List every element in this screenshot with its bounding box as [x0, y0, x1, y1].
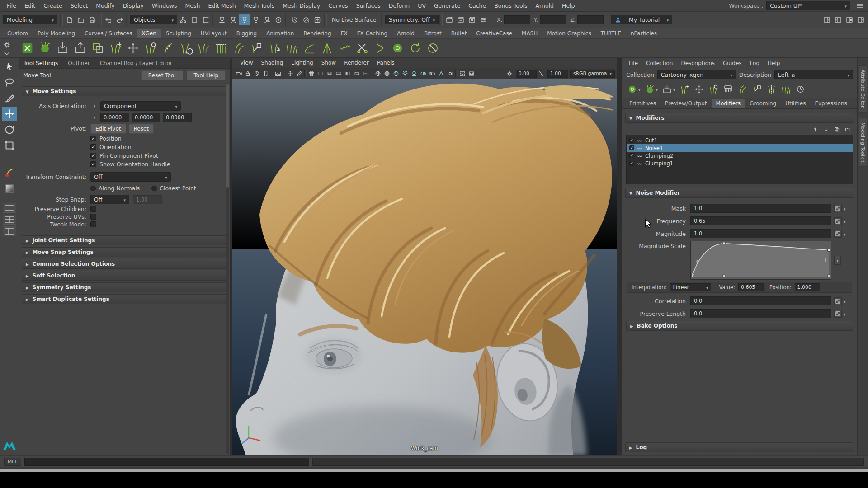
live-surface-indicator[interactable]: No Live Surface: [328, 16, 380, 23]
export-description-icon[interactable]: [54, 40, 71, 56]
guide-density-icon[interactable]: [781, 84, 791, 94]
checkbox[interactable]: [90, 136, 96, 141]
new-scene-icon[interactable]: [64, 14, 75, 25]
select-tool-icon[interactable]: [2, 59, 17, 74]
menu-item[interactable]: Mesh Display: [278, 0, 324, 12]
menu-item[interactable]: Help: [558, 0, 579, 12]
select-component-icon[interactable]: [200, 14, 211, 25]
y-input[interactable]: [540, 15, 566, 24]
toggle-attribute-editor-icon[interactable]: [821, 14, 832, 25]
collapsed-section-header[interactable]: Symmetry Settings: [22, 282, 227, 292]
ramp-position-marker[interactable]: [692, 275, 694, 277]
command-input[interactable]: [24, 458, 309, 466]
command-language-toggle[interactable]: MEL: [4, 458, 21, 466]
menu-item[interactable]: Display: [119, 0, 148, 12]
menu-set-selector[interactable]: Modeling: [3, 15, 57, 24]
rotate-tool-icon[interactable]: [2, 122, 17, 137]
z-input[interactable]: [577, 15, 604, 24]
grid-icon[interactable]: [307, 69, 316, 78]
field-menu-icon[interactable]: [844, 298, 846, 305]
xgen-tab[interactable]: Utilities: [781, 99, 810, 108]
xgen-editor-icon[interactable]: [19, 40, 36, 56]
scale-guides-icon[interactable]: [248, 40, 265, 56]
modifier-enabled-checkbox[interactable]: [629, 161, 634, 166]
preview-toggle-icon[interactable]: [389, 40, 406, 56]
xgen-sculpt-tool-icon[interactable]: [2, 165, 17, 180]
modifier-enabled-checkbox[interactable]: [629, 153, 634, 158]
xgen-tab[interactable]: Preview/Output: [661, 99, 711, 108]
toggle-modeling-toolkit-icon[interactable]: [855, 14, 866, 25]
step-snap-selector[interactable]: Off: [90, 195, 129, 204]
coords-options-icon[interactable]: [90, 113, 99, 122]
toggle-channel-box-icon[interactable]: [844, 14, 855, 25]
bookmark-icon[interactable]: [261, 69, 270, 78]
coil-modifier-icon[interactable]: [372, 40, 388, 56]
menu-item[interactable]: Select: [66, 0, 92, 12]
viewport-menu-item[interactable]: Renderer: [340, 60, 373, 66]
field-menu-icon[interactable]: [844, 310, 846, 317]
x-input[interactable]: [504, 15, 530, 24]
texture-map-button[interactable]: [834, 230, 842, 238]
checkbox[interactable]: [90, 144, 96, 150]
xgen-tab[interactable]: Grooming: [745, 99, 780, 108]
menu-item[interactable]: Curves: [324, 0, 352, 12]
shelf-tab[interactable]: Custom: [3, 29, 33, 38]
shelf-tab[interactable]: MASH: [517, 29, 542, 38]
attribute-value-field[interactable]: 0.65: [690, 216, 831, 225]
snap-to-grid-icon[interactable]: [216, 14, 227, 25]
normalize-guides-icon[interactable]: [213, 40, 230, 56]
sidebar-vertical-tab[interactable]: Attribute Editor: [859, 65, 867, 113]
checkbox[interactable]: [90, 153, 96, 159]
gamma-icon[interactable]: [537, 69, 546, 78]
collapsed-section-header[interactable]: Soft Selection: [22, 271, 227, 281]
gamma-field[interactable]: 1.00: [547, 70, 568, 78]
menu-item[interactable]: Surfaces: [352, 0, 385, 12]
resolution-gate-icon[interactable]: [325, 69, 334, 78]
attribute-value-field[interactable]: 1.0: [690, 229, 831, 238]
open-render-view-icon[interactable]: [443, 14, 455, 25]
ramp-position-input[interactable]: [795, 283, 820, 291]
xgen-menu-item[interactable]: Descriptions: [677, 60, 719, 66]
shelf-tab[interactable]: FX Caching: [353, 29, 392, 38]
transform-constraint-selector[interactable]: Off: [90, 172, 171, 182]
character-set-selector[interactable]: My Tutorial: [611, 15, 672, 24]
depth-of-field-icon[interactable]: [446, 69, 455, 78]
viewport-3d-view[interactable]: Work_cam: [232, 79, 617, 455]
modifier-list-item[interactable]: Clumping2: [627, 152, 853, 160]
snap-to-projected-center-icon[interactable]: [250, 14, 261, 25]
multisample-aa-icon[interactable]: [437, 69, 446, 78]
menu-item[interactable]: Cache: [464, 0, 490, 12]
viewport-menu-item[interactable]: Lighting: [287, 60, 317, 66]
xgen-tab[interactable]: Expressions: [811, 99, 851, 108]
exposure-field[interactable]: 0.00: [516, 70, 537, 78]
shelf-tab[interactable]: UVLayout: [196, 29, 231, 38]
interpolation-selector[interactable]: Linear: [670, 283, 711, 291]
paint-select-tool-icon[interactable]: [2, 91, 17, 105]
shelf-tab[interactable]: FX: [336, 29, 352, 38]
shelf-tab[interactable]: TURTLE: [596, 29, 626, 38]
xgen-menu-item[interactable]: File: [625, 60, 642, 66]
shelf-tab[interactable]: Animation: [262, 29, 298, 38]
duplicate-description-icon[interactable]: [90, 40, 106, 56]
screen-space-ao-icon[interactable]: [419, 69, 428, 78]
symmetry-selector[interactable]: Symmetry: Off: [385, 15, 439, 24]
radio-button[interactable]: [151, 186, 157, 191]
field-chart-icon[interactable]: [343, 69, 352, 78]
create-guide-icon[interactable]: [107, 40, 124, 56]
menu-item[interactable]: Mesh Tools: [240, 0, 279, 12]
grease-pencil-icon[interactable]: [295, 69, 304, 78]
comb-guides-icon[interactable]: [723, 84, 733, 94]
menu-item[interactable]: UV: [414, 0, 430, 12]
modifier-enabled-checkbox[interactable]: [629, 138, 634, 143]
view-transform-selector[interactable]: sRGB gamma: [570, 70, 615, 78]
bake-options-section-header[interactable]: Bake Options: [626, 321, 853, 331]
create-description-icon[interactable]: [37, 40, 53, 56]
viewport-menu-item[interactable]: Shading: [257, 60, 287, 66]
cut-modifier-icon[interactable]: [354, 40, 371, 56]
mirror-guides-icon[interactable]: [766, 84, 777, 94]
bend-guides-icon[interactable]: [231, 40, 247, 56]
modifier-folder-icon[interactable]: [844, 125, 852, 133]
modifier-list[interactable]: Cut1 Noise1 Clumping2: [626, 135, 853, 184]
soft-select-falloff-icon[interactable]: [2, 181, 17, 196]
radio-option[interactable]: Along Normals: [90, 185, 140, 192]
